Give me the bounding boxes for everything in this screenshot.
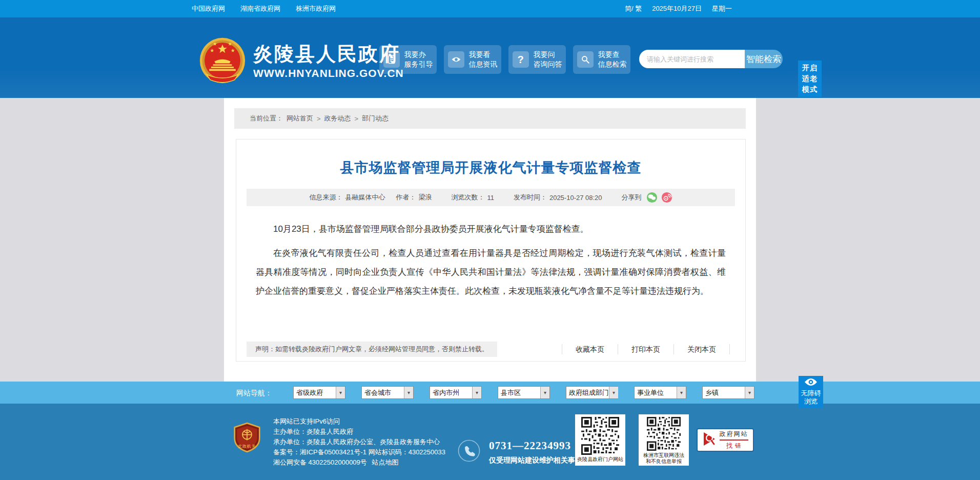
gov-links: 中国政府网 湖南省政府网 株洲市政府网 bbox=[188, 4, 336, 13]
gov-agency-badge[interactable]: 党政机关 bbox=[233, 422, 261, 453]
close-page-button[interactable]: 关闭本页 bbox=[673, 344, 730, 354]
qr-portal-site: 炎陵县政府门户网站 bbox=[575, 414, 625, 466]
chevron-right-icon: > bbox=[355, 115, 359, 123]
sitemap-link[interactable]: 站点地图 bbox=[372, 458, 398, 466]
search-input[interactable] bbox=[639, 50, 745, 68]
document-icon bbox=[383, 51, 400, 68]
share-label: 分享到 bbox=[622, 193, 642, 202]
qr-report-caption-line1: 株洲市互联网违法 bbox=[643, 452, 684, 458]
publish-value: 2025-10-27 08:20 bbox=[549, 194, 602, 202]
site-nav-select-departments[interactable]: 政府组成部门 ▾ bbox=[566, 386, 618, 399]
article-meta-bar: 信息来源： 县融媒体中心 作者： 梁浪 浏览次数： 11 发布时间： 2025-… bbox=[247, 189, 735, 206]
site-nav-select-county[interactable]: 县市区 ▾ bbox=[498, 386, 550, 399]
bookmark-page-button[interactable]: 收藏本页 bbox=[562, 344, 618, 354]
content-container: 当前位置： 网站首页 > 政务动态 > 部门动态 县市场监督管理局开展液化气计量… bbox=[224, 98, 756, 382]
quick-button-ask[interactable]: ? 我要问咨询问答 bbox=[508, 45, 566, 74]
chevron-down-icon: ▾ bbox=[677, 387, 686, 398]
eye-icon bbox=[804, 378, 818, 388]
chevron-down-icon: ▾ bbox=[404, 387, 413, 398]
chevron-down-icon: ▾ bbox=[609, 387, 618, 398]
accessibility-button[interactable]: 无障碍浏览 bbox=[799, 376, 823, 408]
quick-button-news[interactable]: 我要看信息资讯 bbox=[444, 45, 501, 74]
current-weekday: 星期一 bbox=[712, 4, 732, 13]
current-date: 2025年10月27日 bbox=[652, 4, 702, 13]
site-footer: 党政机关 本网站已支持IPv6访问 主办单位：炎陵县人民政府 承办单位：炎陵县人… bbox=[0, 404, 980, 480]
host-line: 主办单位：炎陵县人民政府 bbox=[273, 427, 445, 437]
author-label: 作者： bbox=[396, 193, 416, 202]
site-nav-select-province[interactable]: 省级政府 ▾ bbox=[293, 386, 345, 399]
source-value: 县融媒体中心 bbox=[345, 193, 385, 202]
qr-report-site: 株洲市互联网违法 和不良信息举报 bbox=[639, 414, 689, 466]
website-error-report-badge[interactable]: 政府网站 找错 bbox=[697, 428, 754, 452]
elder-mode-button[interactable]: 开启适老模式 bbox=[798, 61, 822, 97]
search-icon bbox=[577, 51, 594, 68]
smart-search-button[interactable]: 智能检索 bbox=[745, 50, 783, 68]
question-icon: ? bbox=[513, 51, 529, 68]
main-content-area: 当前位置： 网站首页 > 政务动态 > 部门动态 县市场监督管理局开展液化气计量… bbox=[0, 98, 980, 382]
site-logo[interactable]: 炎陵县人民政府 WWW.HNYANLING.GOV.CN bbox=[199, 37, 404, 86]
ipv6-line: 本网站已支持IPv6访问 bbox=[273, 416, 445, 427]
icp-line: 备案号：湘ICP备05003421号-1 网站标识码：4302250033 bbox=[273, 447, 445, 457]
phone-icon bbox=[458, 439, 480, 465]
breadcrumb: 当前位置： 网站首页 > 政务动态 > 部门动态 bbox=[234, 108, 746, 129]
wechat-share-icon[interactable] bbox=[646, 192, 658, 203]
national-emblem-icon bbox=[199, 37, 246, 86]
quick-button-service[interactable]: 我要办服务引导 bbox=[379, 45, 437, 74]
breadcrumb-label: 当前位置： bbox=[250, 114, 283, 123]
link-hunan-gov[interactable]: 湖南省政府网 bbox=[240, 4, 280, 13]
site-nav-select-capital[interactable]: 省会城市 ▾ bbox=[361, 386, 414, 399]
source-label: 信息来源： bbox=[309, 193, 342, 202]
chevron-down-icon: ▾ bbox=[472, 387, 481, 398]
error-magnifier-icon bbox=[703, 431, 716, 449]
quick-button-search[interactable]: 我要查信息检索 bbox=[573, 45, 630, 74]
phone-note: 仅受理网站建设维护相关事宜 bbox=[489, 456, 582, 465]
footer-phone: 0731—22234993 仅受理网站建设维护相关事宜 bbox=[458, 439, 582, 465]
link-china-gov[interactable]: 中国政府网 bbox=[192, 4, 225, 13]
breadcrumb-home[interactable]: 网站首页 bbox=[287, 114, 313, 123]
qr-report-caption-line2: 和不良信息举报 bbox=[643, 458, 684, 465]
top-utility-bar: 中国政府网 湖南省政府网 株洲市政府网 简/ 繁 2025年10月27日 星期一 bbox=[0, 0, 980, 17]
beian-line: 湘公网安备 43022502000009号 bbox=[273, 458, 367, 466]
views-label: 浏览次数： bbox=[451, 193, 484, 202]
breadcrumb-bumen[interactable]: 部门动态 bbox=[362, 114, 389, 123]
site-search: 智能检索 bbox=[639, 50, 783, 68]
qr-portal-caption: 炎陵县政府门户网站 bbox=[577, 456, 623, 463]
site-nav-select-towns[interactable]: 乡镇 ▾ bbox=[702, 386, 754, 399]
site-nav-select-city[interactable]: 省内市州 ▾ bbox=[430, 386, 482, 399]
chevron-down-icon: ▾ bbox=[336, 387, 345, 398]
author-value: 梁浪 bbox=[418, 193, 432, 202]
article-body: 10月23日，县市场监督管理局联合部分县政协委员开展液化气计量专项监督检查。 在… bbox=[256, 219, 726, 301]
article-title: 县市场监督管理局开展液化气计量专项监督检查 bbox=[236, 158, 745, 177]
chevron-down-icon: ▾ bbox=[540, 387, 549, 398]
eye-icon bbox=[448, 51, 464, 68]
article-card: 县市场监督管理局开展液化气计量专项监督检查 信息来源： 县融媒体中心 作者： 梁… bbox=[236, 139, 746, 362]
site-nav-label: 网站导航： bbox=[236, 389, 272, 398]
link-zhuzhou-gov[interactable]: 株洲市政府网 bbox=[296, 4, 336, 13]
phone-number: 0731—22234993 bbox=[489, 439, 582, 452]
site-nav-band: 网站导航： 省级政府 ▾ 省会城市 ▾ 省内市州 ▾ 县市区 ▾ 政府组成部门 … bbox=[0, 382, 980, 404]
views-value: 11 bbox=[487, 194, 494, 202]
chevron-down-icon: ▾ bbox=[745, 387, 754, 398]
quick-service-buttons: 我要办服务引导 我要看信息资讯 ? 我要问咨询问答 我要查信息检索 bbox=[379, 45, 630, 74]
site-nav-select-institutions[interactable]: 事业单位 ▾ bbox=[634, 386, 686, 399]
chevron-right-icon: > bbox=[317, 115, 321, 123]
organizer-line: 承办单位：炎陵县人民政府办公室、炎陵县政务服务中心 bbox=[273, 437, 445, 447]
paragraph: 10月23日，县市场监督管理局联合部分县政协委员开展液化气计量专项监督检查。 bbox=[256, 219, 726, 238]
page-actions: 收藏本页 打印本页 关闭本页 bbox=[562, 342, 730, 357]
breadcrumb-zhengwu[interactable]: 政务动态 bbox=[324, 114, 351, 123]
lang-toggle[interactable]: 简/ 繁 bbox=[625, 4, 642, 13]
copyright-declaration: 声明：如需转载炎陵政府门户网文章，必须经网站管理员同意，否则禁止转载。 bbox=[247, 342, 497, 357]
weibo-share-icon[interactable] bbox=[661, 192, 672, 203]
footer-info: 本网站已支持IPv6访问 主办单位：炎陵县人民政府 承办单位：炎陵县人民政府办公… bbox=[273, 416, 445, 468]
publish-label: 发布时间： bbox=[514, 193, 547, 202]
paragraph: 在炎帝液化气有限责任公司，检查人员通过查看在用计量器具是否经过周期检定，现场进行… bbox=[256, 244, 726, 301]
print-page-button[interactable]: 打印本页 bbox=[618, 344, 673, 354]
